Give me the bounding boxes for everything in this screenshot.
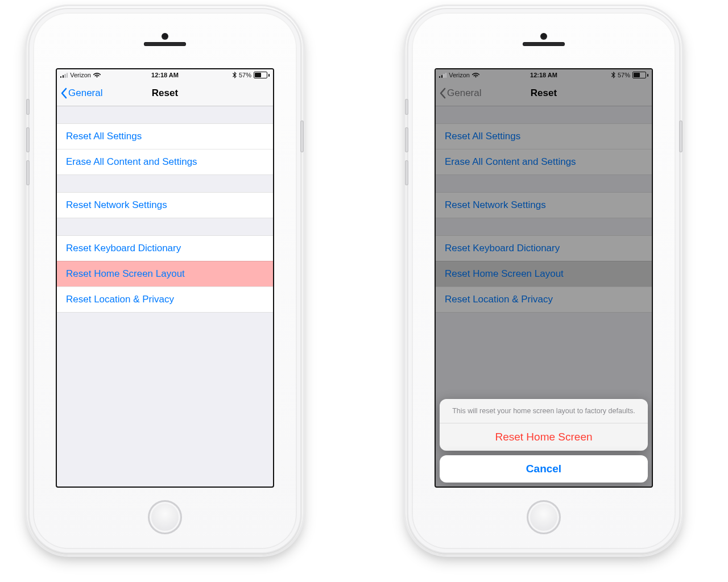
wifi-icon	[93, 72, 101, 78]
iphone-device-right: Verizon 12:18 AM 57%	[407, 8, 680, 554]
battery-fill	[255, 73, 261, 77]
reset-home-screen-button[interactable]: Reset Home Screen	[440, 423, 648, 451]
back-button[interactable]: General	[57, 88, 102, 99]
group-3: Reset Keyboard Dictionary Reset Home Scr…	[57, 235, 273, 313]
reset-network-settings-row[interactable]: Reset Network Settings	[57, 193, 273, 218]
signal-strength-icon	[60, 72, 68, 78]
battery-percent-label: 57%	[239, 72, 251, 78]
signal-strength-icon	[439, 72, 446, 78]
front-camera-icon	[162, 33, 168, 40]
battery-icon	[632, 72, 648, 78]
action-sheet: This will reset your home screen layout …	[440, 399, 648, 483]
volume-down-button	[405, 160, 408, 185]
iphone-device-left: Verizon 12:18 AM 57%	[28, 8, 301, 554]
battery-icon	[254, 72, 270, 78]
back-label: General	[68, 88, 102, 99]
mute-switch	[405, 99, 408, 115]
group-1: Reset All Settings Erase All Content and…	[57, 123, 273, 175]
carrier-label: Verizon	[449, 72, 470, 78]
cancel-button[interactable]: Cancel	[440, 455, 648, 483]
reset-location-privacy-row[interactable]: Reset Location & Privacy	[57, 286, 273, 312]
erase-all-content-label: Erase All Content and Settings	[66, 156, 197, 168]
bluetooth-icon	[611, 72, 615, 78]
group-2: Reset Network Settings	[57, 192, 273, 218]
screen-left: Verizon 12:18 AM 57%	[56, 68, 274, 488]
earpiece-icon	[523, 42, 565, 46]
mute-switch	[26, 99, 30, 115]
wifi-icon	[472, 72, 479, 78]
reset-network-settings-label: Reset Network Settings	[66, 199, 167, 211]
volume-up-button	[26, 127, 30, 152]
screen-right: Verizon 12:18 AM 57%	[435, 68, 653, 488]
reset-keyboard-dictionary-label: Reset Keyboard Dictionary	[66, 243, 181, 254]
volume-up-button	[405, 127, 408, 152]
status-bar: Verizon 12:18 AM 57%	[57, 69, 273, 81]
earpiece-icon	[144, 42, 186, 46]
front-camera-icon	[540, 33, 547, 40]
action-sheet-message: This will reset your home screen layout …	[440, 399, 648, 423]
reset-all-settings-row[interactable]: Reset All Settings	[57, 124, 273, 149]
power-button	[679, 120, 682, 152]
reset-location-privacy-label: Reset Location & Privacy	[66, 294, 174, 305]
reset-all-settings-label: Reset All Settings	[66, 131, 142, 142]
carrier-label: Verizon	[70, 72, 91, 78]
bluetooth-icon	[233, 72, 237, 78]
home-button[interactable]	[527, 500, 561, 534]
chevron-left-icon	[60, 88, 67, 99]
battery-fill	[634, 73, 640, 77]
reset-home-screen-layout-row[interactable]: Reset Home Screen Layout	[57, 261, 273, 286]
home-button[interactable]	[148, 500, 182, 534]
battery-percent-label: 57%	[618, 72, 630, 78]
reset-home-screen-layout-label: Reset Home Screen Layout	[66, 268, 185, 280]
volume-down-button	[26, 160, 30, 185]
power-button	[300, 120, 304, 152]
nav-bar: General Reset	[57, 81, 273, 106]
erase-all-content-row[interactable]: Erase All Content and Settings	[57, 149, 273, 174]
reset-keyboard-dictionary-row[interactable]: Reset Keyboard Dictionary	[57, 236, 273, 261]
